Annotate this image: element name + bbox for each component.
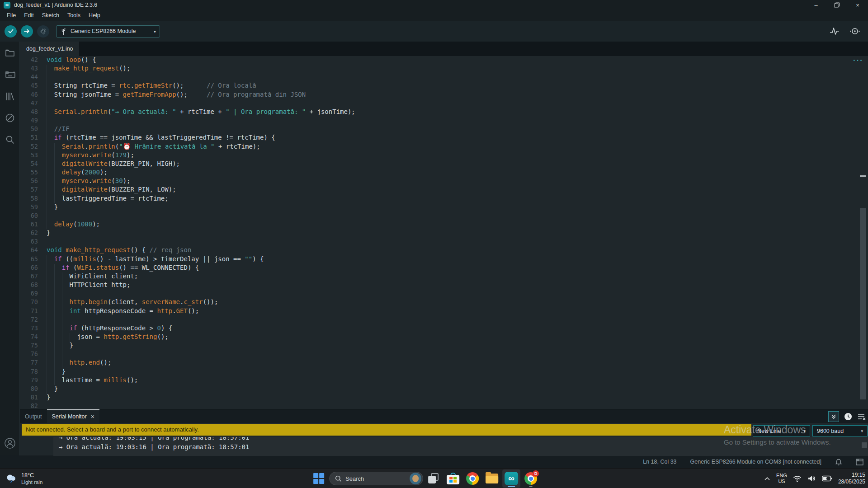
serial-output-text: → Ora actuală: 19:03:15 | Ora programată… [59, 437, 868, 452]
sidebar-item-boards-manager[interactable] [4, 69, 16, 80]
indent-guide [70, 333, 70, 342]
menu-edit[interactable]: Edit [20, 11, 38, 20]
battery-icon[interactable] [822, 475, 832, 482]
debug-button[interactable] [37, 25, 49, 38]
language-line2: US [776, 479, 787, 484]
code-line-45: String rtcTime = rtc.getTimeStr(); // Or… [45, 82, 858, 90]
search-placeholder: Search [345, 475, 364, 482]
line-number: 65 [20, 255, 45, 264]
running-app-indicator [529, 486, 533, 487]
line-number: 80 [20, 385, 45, 394]
notifications-bell-icon[interactable] [835, 458, 842, 466]
baud-rate-select[interactable]: 9600 baud ▾ [812, 425, 868, 436]
menu-tools[interactable]: Tools [63, 11, 85, 20]
sidebar-item-search[interactable] [4, 134, 16, 145]
panel-layout-icon[interactable] [856, 459, 863, 465]
activity-bar [0, 42, 20, 455]
code-line-82 [45, 402, 858, 409]
menu-help[interactable]: Help [85, 11, 104, 20]
task-view-button[interactable] [425, 469, 443, 488]
folder-icon [486, 474, 498, 483]
line-number-gutter: 4243444546474849505152535455565758596061… [20, 56, 45, 409]
clock-widget[interactable]: 19:15 28/05/2025 [838, 472, 865, 485]
sidebar-item-debug[interactable] [4, 112, 16, 124]
account-button[interactable] [4, 437, 16, 449]
serial-plotter-icon[interactable] [829, 26, 840, 36]
code-line-52: Serial.println("⏰ Hrănire activată la " … [45, 143, 858, 151]
line-ending-select[interactable]: New Line ▾ [753, 425, 810, 436]
code-line-58: lastTriggeredTime = rtcTime; [45, 195, 858, 203]
line-number: 49 [20, 117, 45, 125]
indent-guide [47, 255, 47, 394]
output-scrollbar-thumb[interactable] [862, 442, 867, 448]
serial-monitor-output[interactable]: → Ora actuală: 19:03:15 | Ora programată… [53, 437, 868, 456]
minimize-button[interactable]: – [806, 0, 826, 10]
tab-dog-feeder-v1-ino[interactable]: dog_feeder_v1.ino [20, 42, 80, 56]
code-line-56: myservo.write(30); [45, 177, 858, 186]
code-line-81: } [45, 394, 858, 402]
code-line-72 [45, 316, 858, 324]
windows-logo-icon [313, 473, 324, 484]
volume-icon[interactable] [807, 475, 816, 482]
close-serial-tab-icon[interactable]: × [91, 413, 94, 420]
tab-serial-monitor[interactable]: Serial Monitor × [47, 409, 99, 423]
line-number: 82 [20, 402, 45, 409]
arduino-ide-taskbar-button[interactable]: ∞ [502, 469, 520, 488]
serial-monitor-icon[interactable] [849, 26, 861, 36]
editor-scrollbar-thumb[interactable] [860, 208, 866, 399]
verify-button[interactable] [5, 25, 17, 38]
tab-output[interactable]: Output [20, 409, 47, 423]
start-button[interactable] [310, 469, 328, 488]
code-editor[interactable]: 4243444546474849505152535455565758596061… [20, 56, 868, 409]
editor-more-actions[interactable]: ··· [853, 56, 863, 65]
line-number: 81 [20, 394, 45, 402]
menu-sketch[interactable]: Sketch [38, 11, 63, 20]
line-number: 75 [20, 342, 45, 350]
line-number: 47 [20, 99, 45, 108]
timestamp-toggle-icon[interactable] [844, 412, 853, 421]
debug-icon [38, 26, 48, 37]
code-line-69 [45, 290, 858, 298]
autoscroll-toggle[interactable] [828, 411, 839, 422]
upload-button[interactable] [21, 25, 33, 38]
code-line-60 [45, 212, 858, 221]
line-number: 46 [20, 91, 45, 99]
file-explorer-button[interactable] [483, 469, 501, 488]
menu-file[interactable]: File [3, 11, 20, 20]
tab-serial-label: Serial Monitor [52, 413, 87, 420]
line-number: 42 [20, 56, 45, 65]
restore-icon [834, 2, 840, 8]
weather-widget[interactable]: 18°C Light rain [5, 469, 42, 488]
window-title: dog_feeder_v1 | Arduino IDE 2.3.6 [14, 2, 97, 8]
line-number: 50 [20, 125, 45, 134]
line-number: 72 [20, 316, 45, 324]
weather-temp: 18°C [21, 472, 42, 479]
indent-guide [54, 264, 55, 385]
line-number: 56 [20, 177, 45, 186]
sidebar-item-library-manager[interactable] [4, 90, 16, 102]
restore-button[interactable] [826, 0, 847, 10]
code-line-61: delay(1000); [45, 221, 858, 229]
tray-time: 19:15 [838, 472, 865, 479]
chrome-button[interactable] [463, 469, 481, 488]
code-line-64: void make_http_request() { // req json [45, 246, 858, 255]
chrome-profile-button[interactable]: D [522, 469, 540, 488]
line-number: 60 [20, 212, 45, 221]
language-indicator[interactable]: ENG US [776, 473, 787, 484]
line-number: 77 [20, 359, 45, 367]
board-selector[interactable]: Generic ESP8266 Module ▾ [56, 25, 160, 38]
taskbar-search[interactable]: Search [329, 472, 423, 485]
clear-output-icon[interactable] [857, 413, 866, 421]
line-number: 70 [20, 298, 45, 307]
line-number: 54 [20, 160, 45, 169]
tray-expand-chevron-icon[interactable] [764, 476, 770, 481]
indent-guide [62, 272, 62, 368]
close-button[interactable]: × [847, 0, 868, 10]
line-number: 71 [20, 307, 45, 316]
microsoft-store-button[interactable] [444, 469, 462, 488]
line-number: 44 [20, 73, 45, 82]
line-number: 67 [20, 272, 45, 281]
wifi-icon[interactable] [793, 475, 802, 482]
sidebar-item-sketchbook[interactable] [4, 47, 16, 59]
code-line-66: if (WiFi.status() == WL_CONNECTED) { [45, 264, 858, 272]
